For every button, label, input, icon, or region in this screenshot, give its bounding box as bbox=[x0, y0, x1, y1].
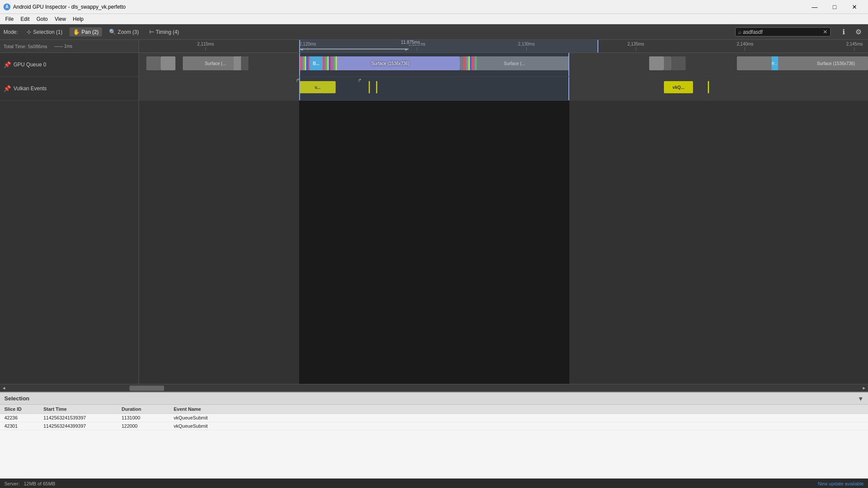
menu-edit[interactable]: Edit bbox=[17, 14, 33, 24]
menu-bar: File Edit Goto View Help bbox=[0, 14, 868, 24]
vulkan-arrow-2: ↱ bbox=[358, 78, 362, 83]
surface-far-right: Surface (1536x736) B... bbox=[737, 56, 868, 70]
search-icon: ⌕ bbox=[738, 29, 741, 35]
server-label: Server: bbox=[4, 481, 20, 486]
empty-label-col bbox=[0, 101, 139, 384]
col-header-start-time: Start Time bbox=[43, 406, 113, 412]
search-clear-icon[interactable]: ✕ bbox=[823, 29, 828, 35]
vulkan-events-label: 📌 Vulkan Events bbox=[0, 77, 139, 100]
timeline-ruler[interactable]: 2,115ms 2,120ms 2,125ms 11.875ms ◄ ► 2,1… bbox=[139, 40, 868, 52]
selection-icon: ⊹ bbox=[26, 29, 31, 35]
selection-panel: Selection ▼ Slice ID Start Time Duration… bbox=[0, 392, 868, 478]
gpu-queue-0-content[interactable]: Surface (... B... bbox=[139, 53, 868, 76]
new-update-link[interactable]: New update available bbox=[818, 481, 864, 486]
scroll-left-arrow[interactable]: ◄ bbox=[0, 384, 8, 392]
far-right-2 bbox=[664, 56, 671, 70]
title-bar: A Android GPU Inspector - dls_swappy_vk.… bbox=[0, 0, 868, 14]
table-row[interactable]: 42236 1142563241539397 1131000 vkQueueSu… bbox=[0, 414, 868, 422]
maximize-button[interactable]: □ bbox=[825, 0, 845, 14]
mode-zoom-label: Zoom (3) bbox=[118, 29, 139, 35]
mode-timing[interactable]: ⊢ Timing (4) bbox=[146, 27, 183, 36]
surface-main-block: B... Surface (1536x736) bbox=[299, 56, 459, 70]
vulkan-events-name: Vulkan Events bbox=[13, 85, 46, 92]
row2-start-time: 1142563244399397 bbox=[43, 423, 113, 429]
row1-start-time: 1142563241539397 bbox=[43, 415, 113, 420]
vulkan-gray-left bbox=[139, 77, 299, 100]
vulkan-thin-1 bbox=[369, 81, 370, 93]
surface-block-left5 bbox=[241, 56, 248, 70]
gpu-queue-0-name: GPU Queue 0 bbox=[13, 62, 46, 68]
status-bar: Server: 12MB of 65MB New update availabl… bbox=[0, 478, 868, 488]
pan-icon: ✋ bbox=[73, 29, 80, 35]
vulkan-thin-2 bbox=[376, 81, 377, 93]
ruler-tick-5: 2,135ms bbox=[627, 40, 644, 51]
search-input[interactable] bbox=[743, 29, 823, 35]
menu-help[interactable]: Help bbox=[69, 14, 87, 24]
table-row[interactable]: 42301 1142563244399397 122000 vkQueueSub… bbox=[0, 422, 868, 430]
zoom-icon: 🔍 bbox=[109, 29, 116, 35]
empty-gray-right bbox=[569, 101, 868, 384]
gpu-queue-0-label: 📌 GPU Queue 0 bbox=[0, 53, 139, 76]
server-memory: 12MB of 65MB bbox=[24, 481, 56, 486]
scrollbar: ◄ ► bbox=[0, 384, 868, 392]
ruler-tick-7: 2,145ms bbox=[846, 40, 863, 51]
col-header-duration: Duration bbox=[122, 406, 165, 412]
minimize-button[interactable]: — bbox=[805, 0, 825, 14]
mode-pan-label: Pan (2) bbox=[82, 29, 99, 35]
window-title: Android GPU Inspector - dls_swappy_vk.pe… bbox=[13, 4, 805, 10]
total-time-label: Total Time: 5s086ms —— 1ms bbox=[0, 40, 139, 52]
vulkan-block-vkq[interactable]: vkQ... bbox=[664, 81, 693, 93]
row1-event-name: vkQueueSubmit bbox=[174, 415, 864, 420]
search-box[interactable]: ⌕ ✕ bbox=[735, 27, 831, 36]
col-header-slice-id: Slice ID bbox=[4, 406, 35, 412]
surface-right-strip bbox=[463, 56, 565, 70]
empty-content-col bbox=[139, 101, 868, 384]
vulkan-gray-right bbox=[569, 77, 868, 100]
scroll-right-arrow[interactable]: ► bbox=[860, 384, 868, 392]
mode-label: Mode: bbox=[3, 29, 18, 35]
mode-zoom[interactable]: 🔍 Zoom (3) bbox=[106, 27, 142, 36]
mode-selection[interactable]: ⊹ Selection (1) bbox=[23, 27, 66, 36]
server-info: Server: 12MB of 65MB bbox=[4, 481, 55, 486]
row1-duration: 1131000 bbox=[122, 415, 165, 420]
far-right-3 bbox=[671, 56, 686, 70]
surface-block-left1 bbox=[146, 56, 161, 70]
settings-button[interactable]: ⚙ bbox=[852, 26, 865, 38]
selected-region-vulkan bbox=[299, 77, 569, 100]
scroll-thumb[interactable] bbox=[129, 386, 164, 391]
selection-collapse-btn[interactable]: ▼ bbox=[858, 395, 864, 402]
scroll-track[interactable] bbox=[8, 384, 860, 392]
time-indicator: 11.875ms bbox=[400, 40, 421, 45]
far-right-1 bbox=[649, 56, 664, 70]
selected-region-ruler bbox=[299, 40, 598, 52]
menu-goto[interactable]: Goto bbox=[33, 14, 51, 24]
vulkan-thin-far bbox=[708, 81, 709, 93]
close-button[interactable]: ✕ bbox=[845, 0, 865, 14]
info-button[interactable]: ℹ bbox=[838, 26, 850, 38]
vulkan-block-v[interactable]: v... bbox=[299, 81, 336, 93]
timeline-container: 📌 GPU Queue 0 Surface (... bbox=[0, 53, 868, 384]
gpu-queue-0-track: 📌 GPU Queue 0 Surface (... bbox=[0, 53, 868, 77]
menu-file[interactable]: File bbox=[2, 14, 17, 24]
pin-icon-vulkan[interactable]: 📌 bbox=[3, 85, 11, 92]
ruler-tick-4: 2,130ms bbox=[518, 40, 535, 51]
ruler-tick-1: 2,115ms bbox=[197, 40, 214, 51]
menu-view[interactable]: View bbox=[51, 14, 69, 24]
selection-table[interactable]: Slice ID Start Time Duration Event Name … bbox=[0, 405, 868, 478]
timing-icon: ⊢ bbox=[149, 29, 154, 35]
empty-gray-left bbox=[139, 101, 299, 384]
vulkan-events-content[interactable]: ↱ v... ↱ vkQ... bbox=[139, 77, 868, 100]
window-controls: — □ ✕ bbox=[805, 0, 865, 14]
time-span-line: ◄ ► bbox=[299, 49, 409, 49]
row2-duration: 122000 bbox=[122, 423, 165, 429]
mode-timing-label: Timing (4) bbox=[156, 29, 179, 35]
toolbar-right: ℹ ⚙ bbox=[838, 26, 865, 38]
timeline-header: Total Time: 5s086ms —— 1ms 2,115ms 2,120… bbox=[0, 40, 868, 53]
pin-icon-gpu[interactable]: 📌 bbox=[3, 61, 11, 68]
table-header: Slice ID Start Time Duration Event Name bbox=[0, 405, 868, 414]
selection-header: Selection ▼ bbox=[0, 393, 868, 405]
row2-slice-id: 42301 bbox=[4, 423, 35, 429]
mode-selection-label: Selection (1) bbox=[33, 29, 62, 35]
app-icon: A bbox=[3, 3, 10, 10]
mode-pan[interactable]: ✋ Pan (2) bbox=[69, 27, 102, 36]
